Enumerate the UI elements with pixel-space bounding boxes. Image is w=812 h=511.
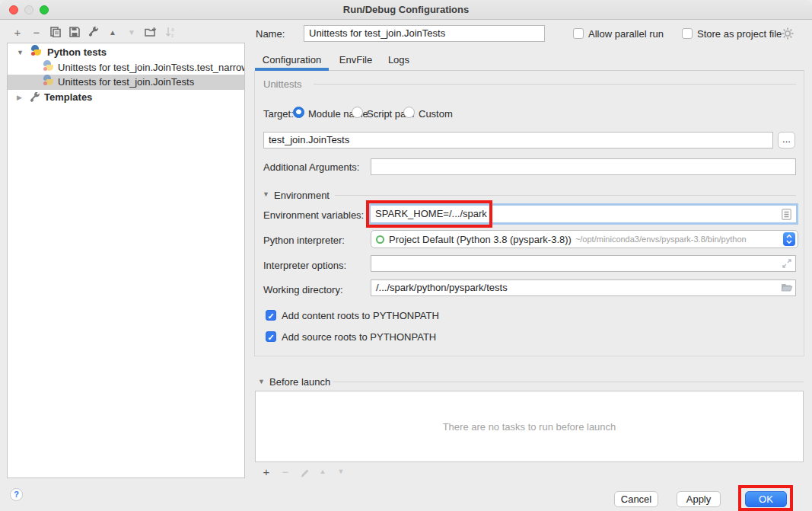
additional-arguments-label: Additional Arguments: [263, 161, 359, 174]
edit-variables-icon[interactable] [782, 209, 791, 220]
tab-configuration[interactable]: Configuration [255, 52, 329, 69]
expand-twisty-icon[interactable]: ▶ [17, 90, 22, 105]
arrow-up-icon: ▲ [109, 28, 116, 37]
browse-folder-icon[interactable] [781, 283, 793, 292]
annotation-highlight-ok [738, 485, 793, 511]
tree-item-label: Templates [44, 90, 92, 105]
minus-icon: − [282, 465, 289, 478]
check-icon: ✓ [267, 333, 274, 342]
svg-text:z: z [171, 33, 174, 38]
add-content-roots-checkbox[interactable]: ✓ [266, 310, 276, 321]
window-title: Run/Debug Configurations [0, 0, 812, 19]
plus-icon: + [14, 26, 21, 39]
python-config-icon [43, 75, 54, 90]
tree-item-test-narrow[interactable]: Unittests for test_join.JoinTests.test_n… [8, 60, 244, 75]
add-content-roots-label[interactable]: Add content roots to PYTHONPATH [282, 309, 439, 323]
interpreter-options-label: Interpreter options: [263, 259, 346, 273]
tab-label: Configuration [263, 54, 321, 65]
minimize-window-button[interactable] [24, 5, 33, 14]
environment-collapse-icon[interactable]: ▼ [263, 190, 269, 198]
tab-label: EnvFile [339, 54, 372, 65]
templates-wrench-icon [30, 92, 40, 105]
zoom-window-button[interactable] [40, 5, 49, 14]
radio-script-path[interactable] [352, 107, 363, 118]
radio-custom[interactable] [403, 107, 415, 118]
annotation-highlight-env-vars [366, 200, 492, 228]
sort-az-icon: a z [165, 27, 177, 38]
svg-text:a: a [171, 27, 174, 32]
tree-item-jointests-selected[interactable]: Unittests for test_join.JoinTests [8, 75, 244, 90]
edit-task-button[interactable] [298, 466, 311, 480]
interpreter-options-input[interactable] [371, 255, 796, 272]
combobox-stepper-icon[interactable] [783, 232, 795, 246]
remove-configuration-button[interactable]: − [30, 25, 43, 39]
name-label: Name: [256, 27, 285, 41]
sort-alphabetically-button[interactable]: a z [164, 25, 177, 39]
before-launch-task-list[interactable]: There are no tasks to run before launch [255, 391, 804, 462]
tree-item-label: Unittests for test_join.JoinTests.test_n… [58, 60, 244, 75]
edit-templates-button[interactable] [87, 25, 100, 39]
gear-icon [782, 27, 794, 40]
copy-configuration-button[interactable] [49, 25, 62, 39]
python-tests-icon [30, 45, 42, 60]
allow-parallel-run-label: Allow parallel run [588, 27, 664, 41]
expand-field-icon[interactable] [782, 259, 791, 268]
before-launch-section-line [333, 382, 804, 382]
arrow-down-icon: ▼ [128, 28, 135, 37]
configurations-tree: ▼ Python tests Unittests for test_join.J… [7, 43, 245, 478]
unittests-section-label: Unittests [263, 78, 302, 91]
apply-button[interactable]: Apply [677, 491, 721, 507]
name-input[interactable]: Unittests for test_join.JoinTests [304, 25, 545, 42]
environment-section-label: Environment [274, 189, 330, 203]
tree-item-python-tests[interactable]: ▼ Python tests [8, 45, 244, 60]
move-task-up-button[interactable]: ▲ [316, 465, 330, 478]
additional-arguments-input[interactable] [371, 158, 796, 175]
add-source-roots-label[interactable]: Add source roots to PYTHONPATH [282, 331, 436, 344]
interpreter-path: ~/opt/miniconda3/envs/pyspark-3.8/bin/py… [575, 235, 780, 244]
pencil-icon [300, 468, 310, 478]
wrench-icon [88, 27, 99, 37]
target-label: Target: [263, 107, 294, 121]
before-launch-collapse-icon[interactable]: ▼ [258, 378, 265, 385]
save-configuration-button[interactable] [68, 25, 81, 39]
collapse-twisty-icon[interactable]: ▼ [17, 45, 24, 60]
conda-environment-icon [376, 235, 384, 244]
save-icon [69, 27, 80, 37]
new-folder-button[interactable] [144, 25, 158, 39]
remove-task-button[interactable]: − [279, 465, 292, 478]
python-interpreter-label: Python interpreter: [263, 234, 345, 248]
move-down-button[interactable]: ▼ [125, 25, 139, 39]
minus-icon: − [33, 26, 40, 39]
titlebar: Run/Debug Configurations [0, 0, 812, 20]
cancel-button[interactable]: Cancel [614, 491, 658, 507]
allow-parallel-run-checkbox[interactable] [573, 28, 584, 39]
unittests-section-line [314, 84, 796, 85]
environment-variables-label: Environment variables: [263, 209, 364, 222]
move-task-down-button[interactable]: ▼ [334, 465, 348, 478]
python-interpreter-select[interactable]: Project Default (Python 3.8 (pyspark-3.8… [371, 230, 798, 248]
tree-item-label: Unittests for test_join.JoinTests [58, 75, 194, 90]
help-button[interactable]: ? [10, 488, 23, 501]
tab-logs[interactable]: Logs [383, 52, 415, 69]
working-directory-label: Working directory: [263, 283, 343, 297]
radio-custom-label[interactable]: Custom [419, 107, 453, 121]
tree-item-templates[interactable]: ▶ Templates [8, 90, 244, 105]
arrow-up-icon: ▲ [320, 468, 326, 475]
store-options-gear-button[interactable] [782, 27, 794, 40]
store-as-project-file-checkbox[interactable] [682, 28, 693, 39]
add-task-button[interactable]: + [260, 465, 273, 478]
arrow-down-icon: ▼ [338, 468, 345, 475]
tab-envfile[interactable]: EnvFile [335, 52, 377, 69]
browse-target-button[interactable]: ... [778, 132, 795, 149]
working-directory-input[interactable]: /.../spark/python/pyspark/tests [371, 279, 796, 296]
close-window-button[interactable] [9, 5, 18, 14]
add-configuration-button[interactable]: + [11, 25, 24, 39]
store-as-project-file-label: Store as project file [697, 27, 782, 41]
move-up-button[interactable]: ▲ [106, 25, 119, 39]
check-icon: ✓ [267, 311, 274, 321]
tree-item-label: Python tests [47, 45, 107, 60]
target-input[interactable]: test_join.JoinTests [263, 132, 773, 149]
radio-module-name[interactable] [293, 107, 304, 118]
before-launch-empty-text: There are no tasks to run before launch [443, 421, 616, 433]
add-source-roots-checkbox[interactable]: ✓ [266, 331, 276, 342]
